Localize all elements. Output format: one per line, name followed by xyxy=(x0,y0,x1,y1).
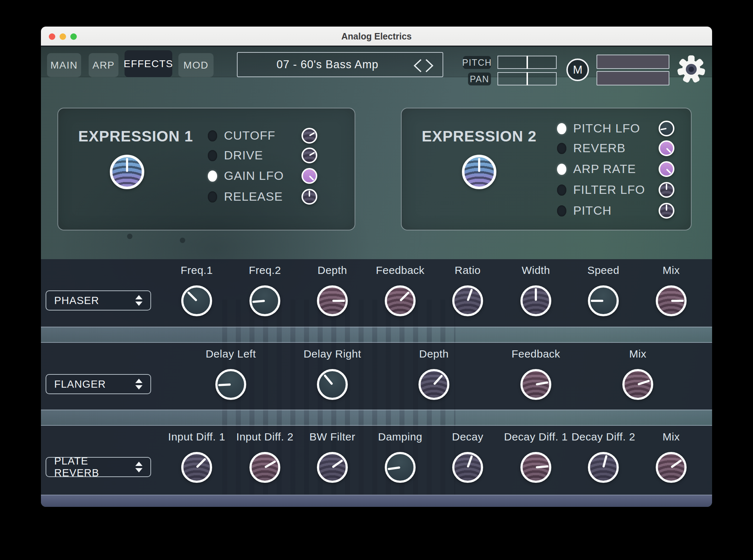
radio-pitch[interactable] xyxy=(557,205,566,216)
knob-label: Input Diff. 1 xyxy=(157,431,236,443)
arrow-up-icon xyxy=(135,462,142,466)
flanger-selector-dropdown[interactable]: FLANGER xyxy=(46,374,151,394)
bw-filter-knob[interactable] xyxy=(317,452,348,483)
row-divider xyxy=(41,327,712,343)
option-label: PITCH LFO xyxy=(573,121,640,135)
midi-button[interactable]: M xyxy=(566,59,589,81)
knob-label: Input Diff. 2 xyxy=(225,431,304,443)
knob-label: Delay Right xyxy=(293,348,372,360)
arp-rate-mini-knob[interactable] xyxy=(659,161,674,177)
knob-label: Ratio xyxy=(428,264,507,276)
knob-label: Depth xyxy=(293,264,372,276)
expression2-main-knob[interactable] xyxy=(462,155,496,189)
decay-diff-2-knob[interactable] xyxy=(588,452,619,483)
delay-left-knob[interactable] xyxy=(215,369,246,400)
input-diff-1-knob[interactable] xyxy=(181,452,212,483)
tab-label: EFFECTS xyxy=(123,58,173,70)
freq-1-knob[interactable] xyxy=(181,285,212,316)
pitch-slider[interactable] xyxy=(497,56,557,69)
radio-drive[interactable] xyxy=(208,150,217,161)
pitch-label: PITCH xyxy=(463,56,491,69)
plugin-content: MAIN ARP EFFECTS MOD 07 - 60's Bass Amp … xyxy=(41,47,712,507)
pan-label: PAN xyxy=(468,73,491,85)
window-titlebar: Analog Electrics xyxy=(41,27,712,47)
phaser-selector-dropdown[interactable]: PHASER xyxy=(46,290,151,311)
tab-label: MOD xyxy=(183,60,209,71)
midi-button-label: M xyxy=(573,63,583,76)
input-diff-2-knob[interactable] xyxy=(249,452,280,483)
radio-arp-rate[interactable] xyxy=(557,164,566,175)
knob-label: Depth xyxy=(394,348,473,360)
tab-effects[interactable]: EFFECTS xyxy=(125,50,172,77)
expression1-main-knob[interactable] xyxy=(110,155,144,189)
settings-gear-icon[interactable] xyxy=(676,54,706,84)
screen-background: Analog Electrics MAIN ARP EFFECTS MOD 07… xyxy=(0,0,753,560)
mix-knob[interactable] xyxy=(656,285,687,316)
pitch-lfo-mini-knob[interactable] xyxy=(659,121,674,136)
gain-lfo-mini-knob[interactable] xyxy=(301,168,317,184)
plate-reverb-selector-dropdown[interactable]: PLATE REVERB xyxy=(46,457,151,477)
knob-label: Damping xyxy=(361,431,440,443)
knob-label: Delay Left xyxy=(191,348,270,360)
decay-diff-1-knob[interactable] xyxy=(520,452,551,483)
row-divider xyxy=(41,410,712,426)
spinner-up-down-icon[interactable] xyxy=(135,462,142,472)
delay-right-knob[interactable] xyxy=(317,369,348,400)
speed-knob[interactable] xyxy=(588,285,619,316)
radio-pitch-lfo[interactable] xyxy=(557,123,566,134)
level-meter-bottom xyxy=(597,71,669,85)
spinner-up-down-icon[interactable] xyxy=(135,379,142,389)
tab-mod[interactable]: MOD xyxy=(178,53,214,77)
option-label: GAIN LFO xyxy=(224,169,284,183)
arrow-down-icon xyxy=(135,385,142,389)
knob-label: Speed xyxy=(564,264,643,276)
preset-prev-next-icons[interactable] xyxy=(412,58,435,74)
drive-mini-knob[interactable] xyxy=(301,148,317,163)
option-label: RELEASE xyxy=(224,190,283,204)
radio-filter-lfo[interactable] xyxy=(557,185,566,196)
knob-label: Decay xyxy=(428,431,507,443)
radio-release[interactable] xyxy=(208,191,217,202)
depth-knob[interactable] xyxy=(418,369,449,400)
pitch-mini-knob[interactable] xyxy=(659,203,674,219)
release-mini-knob[interactable] xyxy=(301,189,317,205)
pitch-slider-handle[interactable] xyxy=(527,56,528,69)
tab-main[interactable]: MAIN xyxy=(47,53,81,77)
depth-knob[interactable] xyxy=(317,285,348,316)
spinner-up-down-icon[interactable] xyxy=(135,295,142,306)
feedback-knob[interactable] xyxy=(520,369,551,400)
pan-slider-handle[interactable] xyxy=(527,72,528,85)
preset-name: 07 - 60's Bass Amp xyxy=(276,58,403,71)
effect-row-phaser: PHASER Freq.1 Freq.2 Depth Feedback Rati… xyxy=(41,259,712,327)
knob-label: Feedback xyxy=(496,348,575,360)
knob-label: BW Filter xyxy=(293,431,372,443)
radio-reverb[interactable] xyxy=(557,143,566,154)
mix-knob[interactable] xyxy=(622,369,653,400)
cutoff-mini-knob[interactable] xyxy=(301,128,317,144)
expression1-panel: EXPRESSION 1 CUTOFF DRIVE GAIN LFO RELEA… xyxy=(57,108,355,230)
bottom-bar xyxy=(41,495,712,507)
knob-label: Width xyxy=(496,264,575,276)
ratio-knob[interactable] xyxy=(452,285,483,316)
width-knob[interactable] xyxy=(520,285,551,316)
knob-label: Feedback xyxy=(361,264,440,276)
arrow-down-icon xyxy=(135,302,142,306)
effect-selector-label: PHASER xyxy=(54,295,99,307)
feedback-knob[interactable] xyxy=(385,285,416,316)
background-photo-detail xyxy=(127,234,132,239)
radio-cutoff[interactable] xyxy=(208,130,217,141)
pan-slider[interactable] xyxy=(497,72,557,85)
reverb-mini-knob[interactable] xyxy=(659,140,674,156)
mix-knob[interactable] xyxy=(656,452,687,483)
decay-knob[interactable] xyxy=(452,452,483,483)
freq-2-knob[interactable] xyxy=(249,285,280,316)
background-photo-detail xyxy=(180,238,185,243)
option-label: REVERB xyxy=(573,141,626,155)
arrow-up-icon xyxy=(135,295,142,299)
filter-lfo-mini-knob[interactable] xyxy=(659,182,674,198)
preset-selector[interactable]: 07 - 60's Bass Amp xyxy=(237,52,443,77)
option-label: DRIVE xyxy=(224,148,263,162)
radio-gain-lfo[interactable] xyxy=(208,171,217,182)
tab-arp[interactable]: ARP xyxy=(89,53,118,77)
damping-knob[interactable] xyxy=(385,452,416,483)
